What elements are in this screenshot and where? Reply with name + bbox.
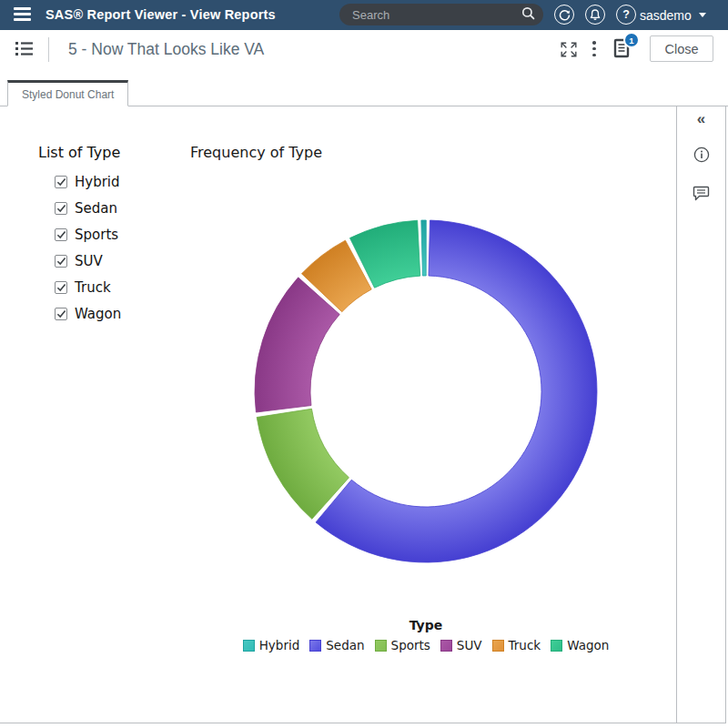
legend-item[interactable]: Truck (492, 638, 541, 652)
filter-checkbox-item[interactable]: Truck (55, 279, 121, 296)
legend-item[interactable]: SUV (440, 638, 482, 652)
tab-strip: Styled Donut Chart (0, 68, 728, 106)
legend-swatch (243, 640, 255, 652)
comments-icon[interactable] (693, 186, 710, 206)
search-input[interactable] (350, 7, 521, 23)
filter-list: Hybrid Sedan Sports (38, 174, 121, 322)
app-title: SAS® Report Viewer - View Reports (46, 0, 276, 30)
report-title: 5 - Now That Looks Like VA (68, 30, 264, 68)
report-toolbar: 5 - Now That Looks Like VA 1 Close (0, 30, 728, 68)
info-icon[interactable] (693, 147, 710, 167)
chart-title: Frequency of Type (190, 144, 322, 161)
user-name: sasdemo (640, 8, 692, 23)
notifications-bell-icon[interactable] (585, 5, 605, 25)
report-contents-icon[interactable] (15, 40, 34, 61)
filter-checkbox-item[interactable]: Sports (55, 227, 121, 243)
checkbox-icon[interactable] (55, 308, 67, 320)
filter-panel-title: List of Type (38, 144, 121, 161)
legend-item[interactable]: Hybrid (243, 638, 300, 652)
filter-item-label: Wagon (75, 306, 121, 322)
filter-checkbox-item[interactable]: Sedan (55, 200, 121, 217)
report-details-icon[interactable]: 1 (613, 38, 632, 60)
filter-panel: List of Type Hybrid Sedan (38, 144, 121, 322)
legend-label: Truck (509, 638, 541, 652)
filter-checkbox-item[interactable]: Wagon (55, 306, 121, 322)
legend-label: Wagon (567, 638, 609, 652)
checkbox-icon[interactable] (55, 176, 67, 188)
recent-items-icon[interactable] (554, 5, 574, 25)
legend-swatch (375, 640, 387, 652)
legend-label: Hybrid (259, 638, 300, 652)
user-menu[interactable]: sasdemo (640, 0, 706, 30)
legend-swatch (440, 640, 452, 652)
legend-swatch (551, 640, 562, 652)
legend-item[interactable]: Wagon (551, 638, 609, 652)
help-icon[interactable]: ? (616, 5, 636, 25)
legend-swatch (492, 640, 504, 652)
donut-slice-hybrid[interactable] (421, 220, 426, 276)
chevron-down-icon (699, 13, 706, 17)
filter-item-label: Hybrid (75, 174, 120, 190)
sas-report-viewer-window: SAS® Report Viewer - View Reports ? sasd… (0, 0, 728, 728)
checkbox-icon[interactable] (55, 202, 67, 215)
alert-count-badge: 1 (623, 32, 640, 48)
toolbar-divider (48, 37, 49, 62)
filter-item-label: Sedan (75, 200, 117, 217)
legend-label: Sedan (326, 638, 364, 652)
legend-swatch (309, 640, 321, 652)
maximize-icon[interactable] (561, 42, 577, 61)
filter-checkbox-item[interactable]: Hybrid (55, 174, 121, 190)
collapse-panel-icon[interactable]: « (697, 111, 705, 127)
report-canvas: List of Type Hybrid Sedan (0, 106, 726, 723)
legend-label: Sports (391, 638, 430, 652)
close-button[interactable]: Close (650, 35, 713, 62)
tab-styled-donut-chart[interactable]: Styled Donut Chart (7, 80, 128, 106)
donut-svg (251, 217, 601, 566)
checkbox-icon[interactable] (55, 228, 67, 241)
right-panel-strip: « (676, 106, 725, 723)
filter-checkbox-item[interactable]: SUV (55, 253, 121, 269)
legend-label: SUV (457, 638, 482, 652)
legend-item[interactable]: Sedan (309, 638, 364, 652)
app-bar: SAS® Report Viewer - View Reports ? sasd… (0, 0, 728, 30)
filter-item-label: Truck (75, 279, 111, 296)
more-options-kebab-icon[interactable] (592, 41, 596, 59)
legend-title: Type (171, 618, 681, 632)
search-icon[interactable] (521, 6, 535, 24)
legend-item[interactable]: Sports (375, 638, 430, 652)
filter-item-label: SUV (75, 253, 103, 269)
legend-items: Hybrid Sedan Sports SUV (171, 638, 681, 652)
checkbox-icon[interactable] (55, 281, 67, 294)
checkbox-icon[interactable] (55, 255, 67, 268)
search-box[interactable] (339, 4, 543, 25)
filter-item-label: Sports (75, 227, 118, 243)
hamburger-menu-icon[interactable] (14, 7, 31, 22)
